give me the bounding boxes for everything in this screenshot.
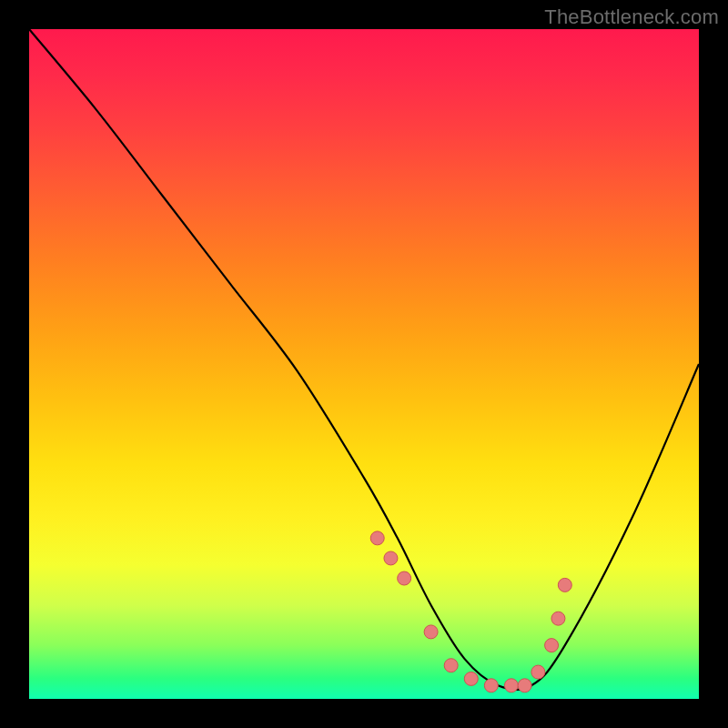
marker-dot [558,578,571,592]
marker-dot [484,679,498,693]
plot-area [29,29,699,699]
marker-dot [464,672,478,685]
marker-dot [551,612,565,625]
marker-dot [384,551,398,565]
chart-frame: TheBottleneck.com [0,0,728,728]
marker-dot [370,531,384,545]
chart-svg [29,29,699,699]
marker-dot [424,625,438,639]
marker-dot [444,659,458,672]
marker-dot [504,679,518,693]
marker-dot [398,571,411,585]
bottleneck-curve [29,29,699,690]
curve-markers [370,531,571,693]
marker-dot [518,679,531,693]
watermark: TheBottleneck.com [544,5,719,29]
marker-dot [531,665,545,679]
marker-dot [545,639,559,652]
